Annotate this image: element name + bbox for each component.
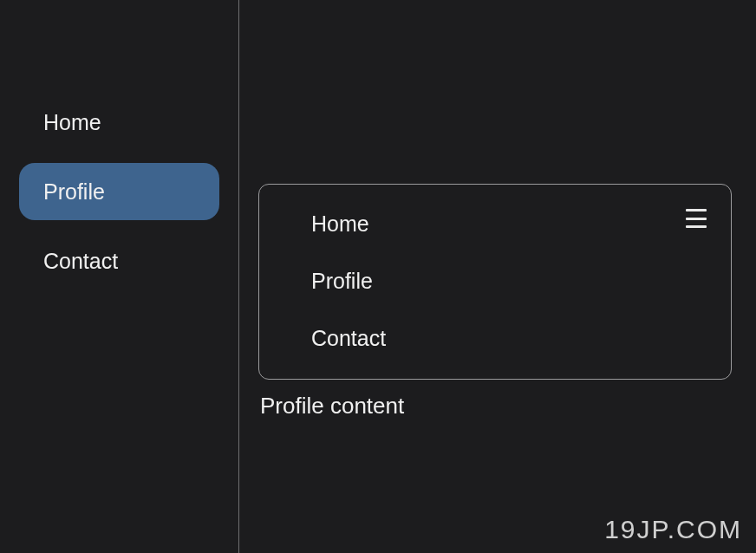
dropdown-item-contact[interactable]: Contact <box>278 309 712 367</box>
dropdown-item-label: Home <box>311 211 369 236</box>
dropdown-item-home[interactable]: Home <box>278 195 712 252</box>
content-text: Profile content <box>260 392 732 420</box>
dropdown-item-label: Contact <box>311 326 386 350</box>
hamburger-icon <box>686 209 707 211</box>
hamburger-menu-button[interactable] <box>686 209 707 228</box>
sidebar-item-home[interactable]: Home <box>19 94 219 151</box>
sidebar-item-label: Contact <box>43 249 118 273</box>
hamburger-icon <box>686 225 707 228</box>
watermark: 19JP.COM <box>604 515 742 544</box>
main-area: Home Profile Contact Profile content <box>239 0 756 553</box>
dropdown-item-profile[interactable]: Profile <box>278 252 712 309</box>
hamburger-icon <box>686 218 707 220</box>
sidebar-item-label: Home <box>43 110 101 134</box>
sidebar-item-contact[interactable]: Contact <box>19 232 219 290</box>
sidebar-nav: Home Profile Contact <box>0 0 239 553</box>
dropdown-item-label: Profile <box>311 269 373 293</box>
sidebar-item-profile[interactable]: Profile <box>19 163 219 220</box>
dropdown-panel: Home Profile Contact <box>258 184 732 380</box>
sidebar-item-label: Profile <box>43 179 105 204</box>
